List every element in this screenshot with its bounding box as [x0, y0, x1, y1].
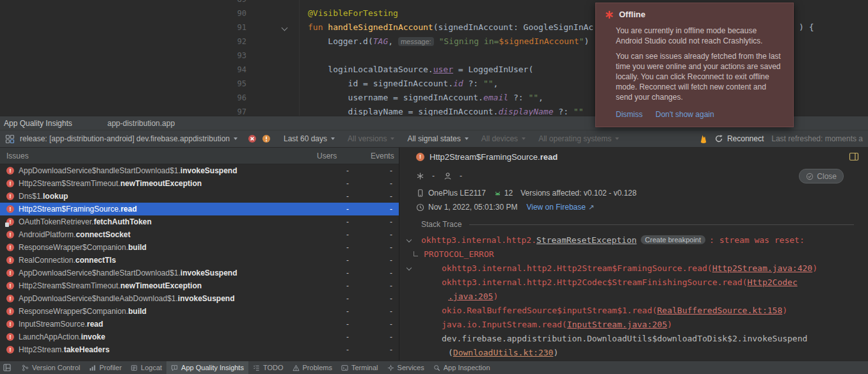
issue-row[interactable]: !RealConnection.connectTls--: [0, 254, 399, 267]
issue-row[interactable]: !Http2Stream$StreamTimeout.newTimeoutExc…: [0, 279, 399, 292]
issue-row[interactable]: !Http2Stream.takeHeaders--: [0, 343, 399, 356]
close-issue-button[interactable]: Close: [799, 169, 844, 183]
issue-users-count: -: [317, 205, 362, 214]
crash-issue-icon: !: [6, 167, 14, 175]
tab-problems[interactable]: Problems: [288, 361, 337, 374]
issue-users-count: -: [317, 166, 362, 175]
code-text-tail: ) {: [799, 20, 814, 35]
issue-label: AppDownloadService$handleStartDownload$1…: [19, 166, 317, 175]
tab-app-quality-insights[interactable]: App Quality Insights: [166, 361, 248, 374]
line-number: 96: [0, 91, 246, 105]
tab-version-control[interactable]: Version Control: [17, 361, 84, 374]
tab-label: Services: [398, 364, 424, 371]
line-number: 95: [0, 77, 246, 91]
dont-show-again-link[interactable]: Don't show again: [655, 110, 714, 119]
tab-todo[interactable]: TODO: [248, 361, 288, 374]
toolbar-filters: Last 60 daysAll versionsAll signal state…: [271, 134, 619, 143]
line-number: 90: [0, 6, 246, 20]
android-icon: [494, 189, 502, 197]
toolbar-right-group: Reconnect Last refreshed: moments a: [699, 134, 863, 144]
filter-dropdown-all-versions[interactable]: All versions: [348, 134, 394, 143]
stack-file-link[interactable]: RealBufferedSource.kt:158: [657, 306, 783, 315]
tab-profiler[interactable]: Profiler: [84, 361, 126, 374]
stack-file-link[interactable]: StreamResetException: [536, 235, 637, 245]
layout-settings-icon[interactable]: [849, 152, 859, 162]
fold-chevron-icon[interactable]: [406, 265, 412, 270]
release-selector[interactable]: release: [app-distribution-android] dev.…: [20, 134, 237, 143]
affected-users-icon: [444, 172, 452, 180]
filter-dropdown-all-devices[interactable]: All devices: [481, 134, 526, 143]
reconnect-icon[interactable]: [714, 134, 723, 143]
error-filter-icon[interactable]: [248, 134, 257, 143]
problems-icon: [293, 364, 300, 371]
issue-row[interactable]: !AppDownloadService$handleStartDownload$…: [0, 164, 399, 177]
reconnect-button[interactable]: Reconnect: [727, 134, 764, 143]
column-issues: Issues: [0, 152, 317, 160]
stack-frame-text: ): [782, 306, 787, 315]
dismiss-link[interactable]: Dismiss: [616, 110, 643, 119]
aqi-content: Issues Users Events !AppDownloadService$…: [0, 148, 868, 361]
stack-frame-text: okhttp3.internal.http2.: [421, 235, 536, 245]
issues-table-header: Issues Users Events: [0, 148, 399, 164]
issue-row[interactable]: !AndroidPlatform.connectSocket--: [0, 228, 399, 241]
issue-row[interactable]: !ResponseWrapper$Companion.build--: [0, 241, 399, 254]
tab-label: Terminal: [351, 364, 378, 371]
tool-window-stripe-icon[interactable]: [3, 364, 11, 371]
filter-dropdown-last-60-days[interactable]: Last 60 days: [284, 134, 335, 143]
fold-chevron-icon[interactable]: [406, 237, 412, 242]
tab-terminal[interactable]: Terminal: [337, 361, 383, 374]
popup-actions: Dismiss Don't show again: [616, 110, 784, 119]
stack-frame: (DownloadUtils.kt:230): [399, 346, 868, 360]
code-text: loginLocalDataSource.user = LoggedInUser…: [308, 63, 533, 77]
stack-frame-text: ): [553, 348, 558, 357]
stack-file-link[interactable]: InputStream.java:205: [567, 320, 668, 329]
stack-file-link[interactable]: Http2Codec: [747, 277, 797, 287]
filter-dropdown-all-operating-systems[interactable]: All operating systems: [538, 134, 619, 143]
line-number: 92: [0, 35, 246, 49]
filter-label: All devices: [481, 134, 518, 143]
panel-title: App Quality Insights: [4, 119, 72, 128]
stack-file-link[interactable]: .java:205: [448, 292, 493, 301]
issue-row[interactable]: !Http2Stream$FramingSource.read--: [0, 203, 399, 215]
check-circle-icon: [806, 173, 814, 180]
issue-title-prefix: Http2Stream$FramingSource.: [430, 152, 540, 162]
tab-services[interactable]: Services: [383, 361, 429, 374]
issue-events-count: -: [362, 217, 399, 226]
crash-issue-icon: !: [6, 282, 14, 290]
fold-chevron-icon[interactable]: [282, 25, 288, 31]
issue-row[interactable]: !Http2Stream$StreamTimeout.newTimeoutExc…: [0, 177, 399, 190]
issue-row[interactable]: !AppDownloadService$handleAabDownload$1.…: [0, 292, 399, 305]
issue-row[interactable]: !OAuthTokenRetriever.fetchAuthToken--: [0, 215, 399, 228]
issue-row[interactable]: !ResponseWrapper$Companion.build--: [0, 305, 399, 318]
issue-label: Http2Stream.takeHeaders: [19, 345, 317, 354]
stack-frame-text: (: [448, 348, 453, 357]
issue-users-count: -: [317, 320, 362, 329]
chevron-down-icon: [331, 137, 335, 140]
tab-label: App Quality Insights: [181, 364, 244, 371]
stack-file-link[interactable]: Http2Stream.java:420: [712, 263, 813, 273]
issue-users-count: -: [317, 269, 362, 277]
line-number: 91: [0, 20, 246, 35]
issue-row[interactable]: !Dns$1.lookup--: [0, 190, 399, 203]
create-breakpoint-hint[interactable]: Create breakpoint: [641, 235, 705, 244]
issue-row[interactable]: !InputStreamSource.read--: [0, 318, 399, 331]
filter-label: Last 60 days: [284, 134, 327, 143]
filter-dropdown-all-signal-states[interactable]: All signal states: [407, 134, 468, 143]
crash-issue-icon: !: [6, 244, 14, 251]
popup-title: Offline: [619, 10, 645, 19]
stack-file-link[interactable]: DownloadUtils.kt:230: [453, 348, 554, 357]
tab-app-inspection[interactable]: App Inspection: [429, 361, 495, 374]
issue-events-count: -: [362, 230, 399, 239]
issue-label: Http2Stream$StreamTimeout.newTimeoutExce…: [19, 281, 317, 290]
warning-filter-icon[interactable]: [262, 134, 271, 143]
view-on-firebase-link[interactable]: View on Firebase: [526, 203, 586, 212]
tab-logcat[interactable]: Logcat: [126, 361, 166, 374]
issue-row[interactable]: !AppDownloadService$handleStartDownload$…: [0, 267, 399, 279]
popup-header: Offline: [605, 10, 784, 19]
chevron-down-icon: [522, 137, 526, 140]
crash-issue-icon: !: [6, 295, 14, 302]
issue-row[interactable]: !LaunchAppAction.invoke--: [0, 331, 399, 343]
tab-app-distribution[interactable]: app-distribution.app: [108, 119, 175, 128]
stack-frame-text: : stream was reset:: [709, 235, 810, 245]
chevron-down-icon: [465, 137, 469, 140]
